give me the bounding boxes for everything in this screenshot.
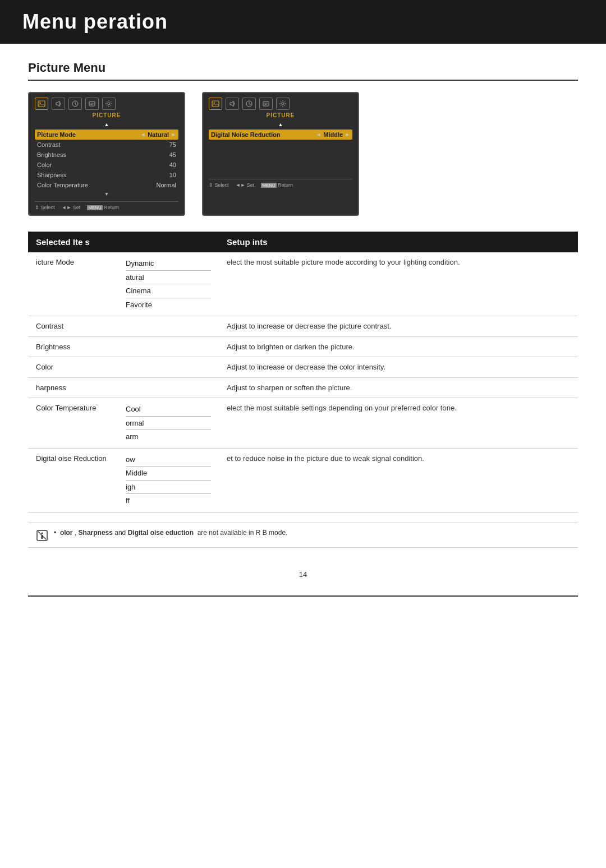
menu-row-value: 75: [169, 141, 176, 148]
page-number: 14: [28, 570, 578, 579]
menu-left-arrow: ▲: [35, 122, 178, 127]
table-row: Color Temperature Cool ormal arm elect t…: [28, 398, 578, 449]
table-row: Brightness Adjust to brighten or darken …: [28, 336, 578, 357]
table-row: Contrast Adjust to increase or decrease …: [28, 316, 578, 337]
menu-row-name: Color: [37, 161, 169, 168]
menu-row-value: Normal: [157, 182, 176, 188]
item-description: Adjust to increase or decrease the color…: [219, 357, 578, 378]
item-options: Cool ormal arm: [118, 398, 219, 449]
menu-screenshots: PICTURE ▲ Picture Mode ◄ Natural ► Contr…: [28, 92, 578, 216]
svg-marker-2: [56, 101, 59, 107]
menu-icons-row-right: [209, 98, 352, 110]
option-low: ow: [126, 453, 211, 467]
item-name: icture Mode: [28, 252, 118, 316]
icon-sound: [52, 98, 65, 110]
menu-row-sharpness: Sharpness 10: [35, 170, 178, 180]
item-name: Color: [28, 357, 118, 378]
menu-box-left: PICTURE ▲ Picture Mode ◄ Natural ► Contr…: [28, 92, 185, 216]
svg-marker-12: [230, 101, 233, 107]
menu-row-name: Sharpness: [37, 172, 169, 178]
icon-text: [85, 98, 99, 110]
option-high: igh: [126, 481, 211, 495]
option-favorite: Favorite: [126, 298, 211, 312]
item-description: Adjust to brighten or darken the picture…: [219, 336, 578, 357]
section-title: Picture Menu: [28, 61, 578, 81]
svg-rect-10: [212, 101, 219, 107]
item-name: Color Temperature: [28, 398, 118, 449]
item-description: Adjust to sharpen or soften the picture.: [219, 377, 578, 398]
menu-right-label: PICTURE: [209, 112, 352, 118]
arrow-left-dnr: ◄: [316, 132, 321, 137]
svg-line-15: [249, 104, 251, 105]
item-options: [118, 377, 219, 398]
menu-row-name: Brightness: [37, 151, 169, 158]
menu-row-name: Contrast: [37, 141, 169, 148]
menu-row-name: Color Temperature: [37, 182, 157, 188]
item-name: Brightness: [28, 336, 118, 357]
svg-point-1: [39, 102, 40, 103]
menu-row-value: 10: [169, 172, 176, 178]
page-header: Menu peration: [0, 0, 606, 44]
bottom-line: [28, 595, 578, 597]
item-name: Digital oise Reduction: [28, 448, 118, 512]
icon-sound-r: [226, 98, 239, 110]
menu-row-picture-mode: Picture Mode ◄ Natural ►: [35, 130, 178, 140]
icon-picture: [35, 98, 48, 110]
arrow-left: ◄: [140, 132, 145, 137]
bottom-set: ◄► Set: [62, 205, 81, 210]
item-name: Contrast: [28, 316, 118, 337]
menu-box-right: PICTURE ▲ Digital Noise Reduction ◄ Midd…: [202, 92, 359, 216]
option-cinema: Cinema: [126, 284, 211, 298]
item-options: [118, 357, 219, 378]
bottom-return: MENU Return: [87, 205, 119, 210]
svg-point-21: [42, 532, 43, 534]
table-row: Digital oise Reduction ow Middle igh ff …: [28, 448, 578, 512]
table-header-row: Selected Ite s Setup ints: [28, 232, 578, 252]
icon-clock: [68, 98, 82, 110]
icon-text-r: [259, 98, 273, 110]
note-section: • olor , Sharpness and Digital oise educ…: [28, 523, 578, 548]
info-table: Selected Ite s Setup ints icture Mode Dy…: [28, 232, 578, 513]
icon-picture-r: [209, 98, 222, 110]
note-icon: [36, 529, 48, 542]
menu-row-brightness: Brightness 45: [35, 150, 178, 160]
menu-left-bottom-bar: ⇕ Select ◄► Set MENU Return: [35, 201, 178, 210]
menu-row-dnr-value: ◄ Middle ►: [316, 131, 350, 138]
item-options: ow Middle igh ff: [118, 448, 219, 512]
arrow-right-dnr: ►: [345, 132, 350, 137]
table-row: icture Mode Dynamic atural Cinema Favori…: [28, 252, 578, 316]
bottom-set-r: ◄► Set: [236, 182, 255, 188]
menu-right-bottom-bar: ⇕ Select ◄► Set MENU Return: [209, 179, 352, 188]
col-selected-items: Selected Ite s: [28, 232, 219, 252]
menu-row-value: 40: [169, 161, 176, 168]
option-off: ff: [126, 494, 211, 507]
bottom-return-r: MENU Return: [261, 182, 293, 188]
menu-icons-row-left: [35, 98, 178, 110]
menu-row-contrast: Contrast 75: [35, 140, 178, 150]
item-description: elect the most suitable picture mode acc…: [219, 252, 578, 316]
scroll-indicator: ▼: [35, 191, 178, 197]
svg-rect-16: [263, 101, 269, 106]
item-options: [118, 336, 219, 357]
menu-row-color: Color 40: [35, 160, 178, 170]
table-row: Color Adjust to increase or decrease the…: [28, 357, 578, 378]
option-normal: ormal: [126, 417, 211, 431]
menu-row-color-temp: Color Temperature Normal: [35, 180, 178, 190]
item-name: harpness: [28, 377, 118, 398]
item-description: et to reduce noise in the picture due to…: [219, 448, 578, 512]
item-options: Dynamic atural Cinema Favorite: [118, 252, 219, 316]
menu-row-name: Picture Mode: [37, 131, 140, 138]
menu-row-dnr: Digital Noise Reduction ◄ Middle ►: [209, 130, 352, 140]
option-dynamic: Dynamic: [126, 257, 211, 271]
menu-row-value: ◄ Natural ►: [140, 131, 176, 138]
option-warm: arm: [126, 430, 211, 444]
item-description: Adjust to increase or decrease the pictu…: [219, 316, 578, 337]
option-natural: atural: [126, 271, 211, 285]
svg-point-19: [282, 103, 284, 105]
note-text: • olor , Sharpness and Digital oise educ…: [54, 529, 287, 537]
icon-settings: [102, 98, 116, 110]
table-row: harpness Adjust to sharpen or soften the…: [28, 377, 578, 398]
bottom-select: ⇕ Select: [35, 205, 55, 210]
menu-row-value: 45: [169, 151, 176, 158]
bottom-select-r: ⇕ Select: [209, 182, 229, 188]
